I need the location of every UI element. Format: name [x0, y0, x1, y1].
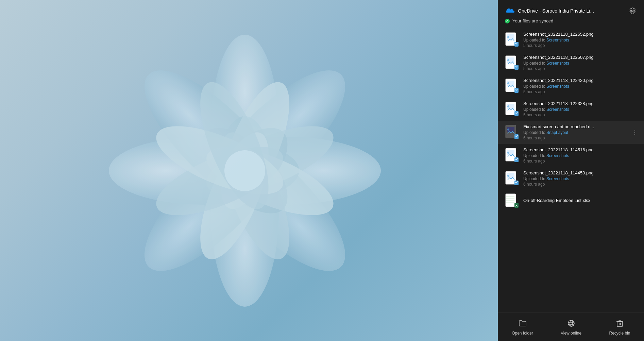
file-icon: X: [505, 193, 519, 208]
folder-link[interactable]: Screenshots: [546, 84, 569, 89]
svg-rect-49: [506, 202, 514, 203]
view-online-label: View online: [561, 331, 581, 336]
folder-link[interactable]: SnapLayout: [546, 130, 568, 135]
gear-icon: [629, 7, 636, 14]
file-name: On-off-Boarding Emploee List.xlsx: [523, 198, 637, 203]
svg-point-52: [568, 320, 574, 326]
file-time: 5 hours ago: [523, 43, 637, 48]
files-list[interactable]: Screenshot_20221118_122552.png Uploaded …: [498, 28, 644, 312]
file-name: Screenshot_20221118_122420.png: [523, 78, 637, 83]
svg-text:X: X: [515, 204, 518, 207]
file-time: 6 hours ago: [523, 182, 637, 187]
file-info: Screenshot_20221118_114516.png Uploaded …: [523, 147, 637, 164]
open-folder-button[interactable]: Open folder: [498, 317, 547, 338]
list-item[interactable]: Screenshot_20221118_122552.png Uploaded …: [498, 28, 644, 51]
recycle-bin-label: Recycle bin: [609, 331, 630, 336]
list-item[interactable]: Screenshot_20221118_114450.png Uploaded …: [498, 167, 644, 190]
folder-link[interactable]: Screenshots: [546, 176, 569, 181]
file-upload-info: Uploaded to Screenshots: [523, 61, 637, 66]
list-item[interactable]: Screenshot_20221118_122328.png Uploaded …: [498, 98, 644, 121]
file-name: Screenshot_20221118_114516.png: [523, 147, 637, 152]
file-icon: [505, 125, 519, 140]
file-info: Fix smart screen ant be reached ri... Up…: [523, 124, 637, 140]
recycle-bin-icon: [616, 319, 624, 329]
file-upload-info: Uploaded to Screenshots: [523, 176, 637, 181]
folder-link[interactable]: Screenshots: [546, 61, 569, 66]
file-icon: [505, 148, 519, 163]
globe-icon: [567, 319, 575, 329]
file-icon: [505, 79, 519, 93]
folder-link[interactable]: Screenshots: [546, 38, 569, 42]
svg-point-16: [224, 150, 265, 191]
bloom-decoration: [92, 18, 398, 324]
file-info: Screenshot_20221118_122420.png Uploaded …: [523, 78, 637, 94]
file-info: Screenshot_20221118_122552.png Uploaded …: [523, 32, 637, 48]
more-options-button[interactable]: ⋮: [630, 127, 640, 137]
file-time: 5 hours ago: [523, 113, 637, 117]
list-item[interactable]: Screenshot_20221118_114516.png Uploaded …: [498, 144, 644, 167]
file-upload-info: Uploaded to Screenshots: [523, 107, 637, 112]
file-upload-info: Uploaded to SnapLayout: [523, 130, 637, 135]
open-folder-label: Open folder: [512, 331, 533, 336]
list-item[interactable]: Screenshot_20221118_122507.png Uploaded …: [498, 51, 644, 74]
file-icon: [505, 32, 519, 47]
svg-point-19: [507, 36, 509, 38]
svg-point-39: [507, 152, 509, 154]
file-time: 5 hours ago: [523, 89, 637, 94]
file-time: 6 hours ago: [523, 159, 637, 164]
svg-point-53: [570, 320, 573, 326]
folder-link[interactable]: Screenshots: [546, 107, 569, 112]
folder-link[interactable]: Screenshots: [546, 153, 569, 158]
file-time: 6 hours ago: [523, 136, 637, 140]
file-upload-info: Uploaded to Screenshots: [523, 84, 637, 89]
file-upload-info: Uploaded to Screenshots: [523, 38, 637, 42]
svg-point-35: [507, 129, 509, 131]
file-icon: [505, 171, 519, 186]
settings-button[interactable]: [628, 6, 637, 16]
folder-icon: [519, 319, 527, 329]
svg-rect-56: [617, 322, 623, 326]
file-icon: [505, 102, 519, 117]
svg-rect-46: [506, 196, 514, 197]
file-name: Screenshot_20221118_114450.png: [523, 170, 637, 175]
list-item[interactable]: Screenshot_20221118_122420.png Uploaded …: [498, 74, 644, 98]
view-online-button[interactable]: View online: [547, 317, 595, 338]
list-item[interactable]: X On-off-Boarding Emploee List.xlsx ⋮: [498, 190, 644, 212]
svg-point-23: [507, 59, 509, 61]
sync-status-text: Your files are synced: [512, 18, 553, 23]
file-time: 5 hours ago: [523, 66, 637, 71]
file-info: On-off-Boarding Emploee List.xlsx: [523, 198, 637, 204]
sync-status: Your files are synced: [498, 16, 644, 28]
file-name: Screenshot_20221118_122328.png: [523, 101, 637, 106]
file-name: Screenshot_20221118_122507.png: [523, 55, 637, 60]
svg-rect-48: [506, 200, 514, 201]
svg-point-31: [507, 105, 509, 107]
file-name: Screenshot_20221118_122552.png: [523, 32, 637, 37]
file-info: Screenshot_20221118_122328.png Uploaded …: [523, 101, 637, 117]
panel-header: OneDrive - Soroco India Private Li...: [498, 0, 644, 16]
onedrive-panel: OneDrive - Soroco India Private Li... Yo…: [498, 0, 644, 341]
panel-title: OneDrive - Soroco India Private Li...: [518, 8, 594, 14]
onedrive-icon: [505, 8, 514, 14]
file-name: Fix smart screen ant be reached ri...: [523, 124, 637, 129]
file-info: Screenshot_20221118_114450.png Uploaded …: [523, 170, 637, 187]
recycle-bin-button[interactable]: Recycle bin: [595, 317, 644, 338]
panel-header-left: OneDrive - Soroco India Private Li...: [505, 8, 594, 14]
sync-status-icon: [505, 19, 510, 23]
svg-point-27: [507, 82, 509, 84]
file-icon: [505, 55, 519, 70]
svg-point-43: [507, 175, 509, 177]
file-upload-info: Uploaded to Screenshots: [523, 153, 637, 158]
svg-rect-47: [506, 198, 514, 199]
panel-footer: Open folder View online: [498, 312, 644, 341]
file-info: Screenshot_20221118_122507.png Uploaded …: [523, 55, 637, 71]
list-item[interactable]: Fix smart screen ant be reached ri... Up…: [498, 121, 644, 144]
